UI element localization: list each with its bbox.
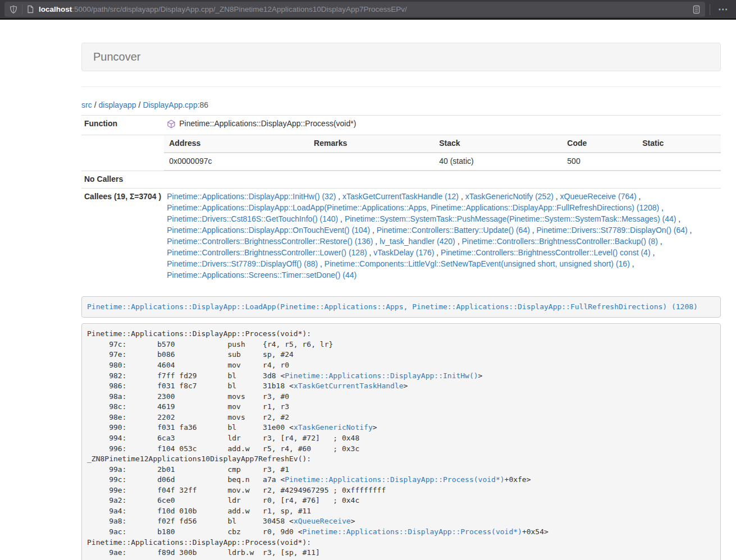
remarks-value — [309, 153, 434, 170]
table-row: No Callers — [81, 171, 721, 188]
function-label: Function — [81, 115, 164, 135]
callee-link[interactable]: Pinetime::Drivers::St7789::DisplayOff() … — [167, 259, 318, 268]
function-name: Pinetime::Applications::DisplayApp::Proc… — [179, 118, 356, 130]
code-symbol-link[interactable]: Pinetime::Applications::DisplayApp::Proc… — [285, 475, 504, 484]
callee-link[interactable]: Pinetime::Applications::DisplayApp::OnTo… — [167, 226, 370, 235]
static-value — [637, 153, 721, 170]
callee-link[interactable]: vTaskDelay (176) — [373, 248, 434, 257]
breadcrumb-separator: / — [136, 100, 143, 109]
column-header-code: Code — [562, 135, 637, 153]
callee-link[interactable]: xTaskGetCurrentTaskHandle (12) — [342, 192, 459, 201]
breadcrumb-link-displayapp[interactable]: displayapp — [99, 100, 136, 109]
highlighted-symbol-link[interactable]: Pinetime::Applications::DisplayApp::Load… — [87, 302, 698, 311]
callee-link[interactable]: xQueueReceive (764) — [560, 192, 637, 201]
code-symbol-link[interactable]: xTaskGenericNotify — [294, 423, 373, 432]
page-content: Puncover src/displayapp/DisplayApp.cpp:8… — [81, 43, 721, 560]
breadcrumb: src/displayapp/DisplayApp.cpp:86 — [81, 100, 721, 111]
callee-link[interactable]: Pinetime::Applications::DisplayApp::Load… — [167, 203, 659, 212]
url-bar[interactable]: localhost:5000/path/src/displayapp/Displ… — [4, 2, 705, 17]
callee-link[interactable]: Pinetime::Applications::DisplayApp::Init… — [167, 192, 336, 201]
browser-toolbar: localhost:5000/path/src/displayapp/Displ… — [0, 0, 736, 20]
code-symbol-link[interactable]: xQueueReceive — [294, 517, 351, 525]
disassembly-listing: Pinetime::Applications::DisplayApp::Proc… — [81, 323, 721, 560]
callee-link[interactable]: Pinetime::Controllers::BrightnessControl… — [461, 237, 657, 246]
breadcrumb-link-src[interactable]: src — [81, 100, 92, 109]
callee-link[interactable]: Pinetime::Drivers::Cst816S::GetTouchInfo… — [167, 214, 338, 223]
breadcrumb-link-file[interactable]: DisplayApp.cpp — [143, 100, 197, 109]
column-header-stack: Stack — [434, 135, 562, 153]
column-header-remarks: Remarks — [309, 135, 434, 153]
metrics-value-row: 0x0000097c 40 (static) 500 — [164, 153, 721, 170]
address-value: 0x0000097c — [164, 153, 309, 170]
table-row: Address Remarks Stack Code Static 0x0000… — [81, 135, 721, 171]
callees-label: Callees (19, Σ=3704 ) — [81, 188, 164, 283]
code-symbol-link[interactable]: xTaskGetCurrentTaskHandle — [294, 382, 404, 390]
shield-icon[interactable] — [9, 5, 18, 14]
column-header-address: Address — [164, 135, 309, 153]
no-callers-label: No Callers — [81, 171, 164, 188]
metrics-table: Address Remarks Stack Code Static 0x0000… — [164, 135, 721, 171]
toolbar-separator — [710, 4, 710, 15]
callers-cell — [164, 171, 721, 188]
callee-link[interactable]: Pinetime::Drivers::St7789::DisplayOn() (… — [537, 226, 688, 235]
callee-link[interactable]: Pinetime::Controllers::BrightnessControl… — [167, 237, 373, 246]
page-title: Puncover — [93, 51, 141, 63]
callee-link[interactable]: Pinetime::Applications::Screens::Timer::… — [167, 270, 356, 279]
callees-cell: Pinetime::Applications::DisplayApp::Init… — [164, 188, 721, 283]
more-menu-button[interactable]: ⋯ — [715, 3, 732, 15]
app-header-panel: Puncover — [81, 43, 721, 71]
callee-link[interactable]: Pinetime::Controllers::BrightnessControl… — [167, 248, 367, 257]
page-icon[interactable] — [26, 5, 34, 13]
breadcrumb-separator: / — [92, 100, 99, 109]
function-detail-table: Function Pinetime::Applications::Display… — [81, 115, 721, 284]
breadcrumb-line-number: :86 — [198, 100, 208, 109]
symbol-cube-icon — [167, 120, 176, 128]
callee-link[interactable]: lv_task_handler (420) — [380, 237, 455, 246]
empty-header-cell — [81, 135, 164, 171]
divider — [81, 86, 721, 87]
url-path: :5000/path/src/displayapp/DisplayApp.cpp… — [72, 5, 407, 13]
callee-link[interactable]: Pinetime::Controllers::Battery::Update()… — [377, 226, 530, 235]
code-size-value: 500 — [562, 153, 637, 170]
stack-value: 40 (static) — [434, 153, 562, 170]
column-header-static: Static — [637, 135, 721, 153]
code-symbol-link[interactable]: Pinetime::Applications::DisplayApp::Init… — [285, 371, 478, 380]
callee-link[interactable]: Pinetime::System::SystemTask::PushMessag… — [345, 214, 676, 223]
highlighted-symbol-box: Pinetime::Applications::DisplayApp::Load… — [81, 296, 721, 318]
url-text[interactable]: localhost:5000/path/src/displayapp/Displ… — [39, 4, 692, 15]
code-symbol-link[interactable]: Pinetime::Applications::DisplayApp::Proc… — [303, 527, 522, 536]
table-row: Function Pinetime::Applications::Display… — [81, 115, 721, 135]
metrics-header-row: Address Remarks Stack Code Static — [164, 135, 721, 153]
url-host: localhost — [39, 5, 72, 13]
function-signature: Pinetime::Applications::DisplayApp::Proc… — [167, 118, 356, 130]
callee-link[interactable]: Pinetime::Controllers::BrightnessControl… — [441, 248, 650, 257]
urlbar-separator — [22, 4, 22, 15]
reader-view-icon[interactable] — [692, 5, 701, 14]
table-row: Callees (19, Σ=3704 ) Pinetime::Applicat… — [81, 188, 721, 283]
callee-link[interactable]: xTaskGenericNotify (252) — [465, 192, 554, 201]
callee-link[interactable]: Pinetime::Components::LittleVgl::SetNewT… — [324, 259, 630, 268]
